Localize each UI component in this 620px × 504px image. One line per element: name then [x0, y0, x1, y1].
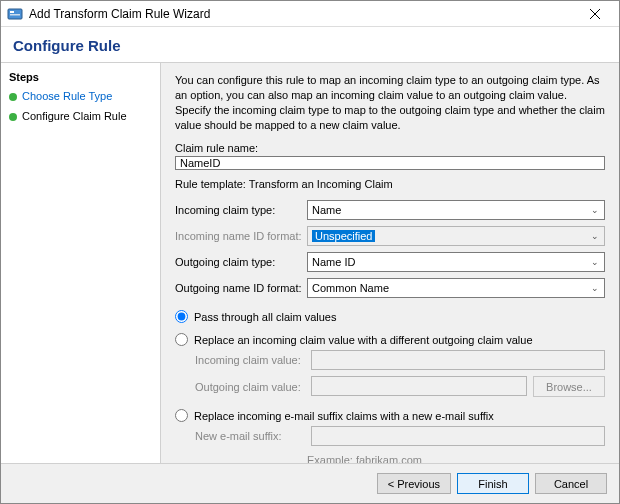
incoming-claim-value-label: Incoming claim value: — [195, 354, 307, 366]
steps-heading: Steps — [1, 67, 160, 87]
radio-replace-value[interactable]: Replace an incoming claim value with a d… — [175, 333, 605, 346]
footer: < Previous Finish Cancel — [1, 463, 619, 503]
previous-button[interactable]: < Previous — [377, 473, 451, 494]
incoming-claim-type-label: Incoming claim type: — [175, 204, 303, 216]
radio-label: Replace incoming e-mail suffix claims wi… — [194, 410, 494, 422]
combo-value: Name ID — [312, 256, 588, 268]
radio-label: Replace an incoming claim value with a d… — [194, 334, 533, 346]
suffix-example-text: Example: fabrikam.com — [195, 454, 605, 463]
radio-pass-through-input[interactable] — [175, 310, 188, 323]
finish-button[interactable]: Finish — [457, 473, 529, 494]
combo-value: Unspecified — [312, 230, 588, 242]
rule-name-label: Claim rule name: — [175, 142, 605, 154]
step-label: Configure Claim Rule — [22, 110, 127, 122]
step-choose-rule-type[interactable]: Choose Rule Type — [1, 87, 160, 107]
combo-value: Name — [312, 204, 588, 216]
close-button[interactable] — [577, 2, 613, 26]
new-email-suffix-label: New e-mail suffix: — [195, 430, 307, 442]
page-header: Configure Rule — [1, 27, 619, 62]
rule-template-label: Rule template: Transform an Incoming Cla… — [175, 178, 605, 190]
new-email-suffix-input — [311, 426, 605, 446]
radio-replace-value-input[interactable] — [175, 333, 188, 346]
combo-value: Common Name — [312, 282, 588, 294]
titlebar: Add Transform Claim Rule Wizard — [1, 1, 619, 27]
body: Steps Choose Rule Type Configure Claim R… — [1, 62, 619, 463]
main-panel: You can configure this rule to map an in… — [161, 63, 619, 463]
radio-pass-through[interactable]: Pass through all claim values — [175, 310, 605, 323]
incoming-claim-type-combo[interactable]: Name ⌄ — [307, 200, 605, 220]
radio-replace-suffix[interactable]: Replace incoming e-mail suffix claims wi… — [175, 409, 605, 422]
step-configure-claim-rule[interactable]: Configure Claim Rule — [1, 107, 160, 127]
chevron-down-icon: ⌄ — [588, 231, 602, 241]
outgoing-claim-value-input — [311, 376, 527, 396]
steps-sidebar: Steps Choose Rule Type Configure Claim R… — [1, 63, 161, 463]
wizard-window: Add Transform Claim Rule Wizard Configur… — [0, 0, 620, 504]
outgoing-nameid-format-combo[interactable]: Common Name ⌄ — [307, 278, 605, 298]
svg-rect-2 — [10, 14, 20, 16]
outgoing-claim-value-label: Outgoing claim value: — [195, 381, 307, 393]
incoming-nameid-format-combo: Unspecified ⌄ — [307, 226, 605, 246]
rule-name-input[interactable] — [175, 156, 605, 170]
incoming-nameid-format-label: Incoming name ID format: — [175, 230, 303, 242]
radio-label: Pass through all claim values — [194, 311, 336, 323]
radio-replace-suffix-input[interactable] — [175, 409, 188, 422]
step-bullet-icon — [9, 113, 17, 121]
outgoing-claim-type-label: Outgoing claim type: — [175, 256, 303, 268]
chevron-down-icon: ⌄ — [588, 283, 602, 293]
outgoing-claim-type-combo[interactable]: Name ID ⌄ — [307, 252, 605, 272]
step-label: Choose Rule Type — [22, 90, 112, 102]
browse-button: Browse... — [533, 376, 605, 397]
window-title: Add Transform Claim Rule Wizard — [29, 7, 577, 21]
svg-rect-1 — [10, 11, 14, 13]
step-bullet-icon — [9, 93, 17, 101]
outgoing-nameid-format-label: Outgoing name ID format: — [175, 282, 303, 294]
chevron-down-icon: ⌄ — [588, 257, 602, 267]
description-text: You can configure this rule to map an in… — [175, 73, 605, 132]
incoming-claim-value-input — [311, 350, 605, 370]
app-icon — [7, 6, 23, 22]
chevron-down-icon: ⌄ — [588, 205, 602, 215]
cancel-button[interactable]: Cancel — [535, 473, 607, 494]
